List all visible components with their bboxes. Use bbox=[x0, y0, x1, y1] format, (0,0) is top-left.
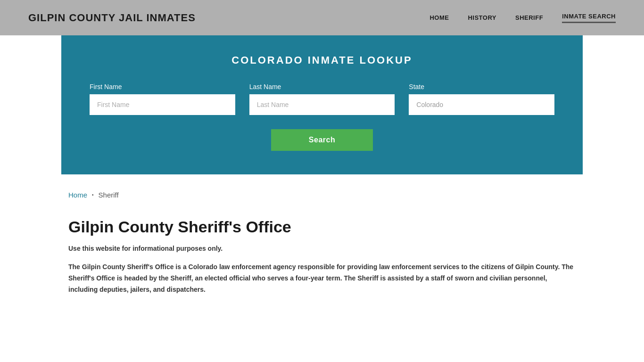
page-title: Gilpin County Sheriff's Office bbox=[68, 218, 576, 236]
nav-history[interactable]: HISTORY bbox=[468, 14, 496, 21]
site-title: GILPIN COUNTY JAIL INMATES bbox=[28, 12, 196, 24]
search-section: COLORADO INMATE LOOKUP First Name Last N… bbox=[61, 35, 583, 174]
breadcrumb-home-link[interactable]: Home bbox=[68, 191, 87, 199]
search-button-row: Search bbox=[90, 129, 554, 151]
first-name-label: First Name bbox=[90, 83, 235, 90]
page-body-text: The Gilpin County Sheriff's Office is a … bbox=[68, 262, 576, 295]
last-name-group: Last Name bbox=[249, 83, 395, 115]
nav-sheriff[interactable]: SHERIFF bbox=[515, 14, 543, 21]
main-nav: HOME HISTORY SHERIFF INMATE SEARCH bbox=[429, 13, 616, 23]
search-button[interactable]: Search bbox=[271, 129, 373, 151]
state-group: State bbox=[409, 83, 554, 115]
nav-inmate-search[interactable]: INMATE SEARCH bbox=[562, 13, 616, 23]
state-label: State bbox=[409, 83, 554, 90]
page-subheading: Use this website for informational purpo… bbox=[68, 245, 576, 252]
last-name-label: Last Name bbox=[249, 83, 395, 90]
search-section-title: COLORADO INMATE LOOKUP bbox=[90, 54, 554, 66]
last-name-input[interactable] bbox=[249, 94, 395, 115]
header: GILPIN COUNTY JAIL INMATES HOME HISTORY … bbox=[0, 0, 644, 35]
first-name-input[interactable] bbox=[90, 94, 235, 115]
search-fields: First Name Last Name State bbox=[90, 83, 554, 115]
breadcrumb-current: Sheriff bbox=[99, 191, 119, 199]
main-content: Home • Sheriff Gilpin County Sheriff's O… bbox=[0, 174, 644, 314]
nav-home[interactable]: HOME bbox=[429, 14, 449, 21]
first-name-group: First Name bbox=[90, 83, 235, 115]
state-input[interactable] bbox=[409, 94, 554, 115]
breadcrumb-separator: • bbox=[92, 192, 94, 197]
breadcrumb: Home • Sheriff bbox=[68, 191, 576, 199]
